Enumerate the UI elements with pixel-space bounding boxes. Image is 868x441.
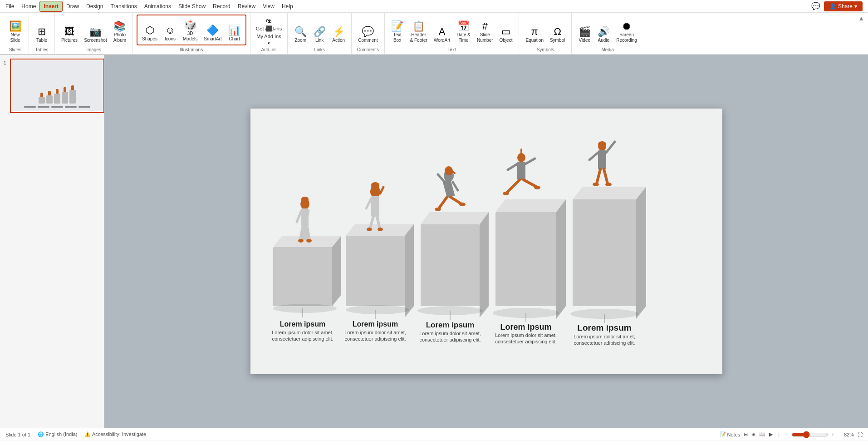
textbox-button[interactable]: 📝 Text Box <box>388 15 407 45</box>
screen-recording-button[interactable]: ⏺ Screen Recording <box>613 15 640 45</box>
zoom-button[interactable]: 🔍 Zoom <box>291 15 309 45</box>
header-footer-button[interactable]: 📋 Header & Footer <box>407 15 430 45</box>
zoom-slider[interactable] <box>792 431 828 438</box>
accessibility-status[interactable]: ⚠️ Accessibility: Investigate <box>84 431 146 437</box>
wordart-button[interactable]: A WordArt <box>431 15 453 45</box>
menu-draw[interactable]: Draw <box>63 1 83 11</box>
symbol-button[interactable]: Ω Symbol <box>547 15 568 45</box>
menu-slideshow[interactable]: Slide Show <box>175 1 209 11</box>
smartart-button[interactable]: 🔷 SmartArt <box>201 16 224 44</box>
slide-thumbnail[interactable] <box>10 59 104 113</box>
svg-rect-77 <box>598 150 606 169</box>
menu-review[interactable]: Review <box>234 1 259 11</box>
illustrations-group-label: Illustrations <box>137 47 246 52</box>
table-button[interactable]: ⊞ Table <box>33 15 51 45</box>
icons-button[interactable]: ☺ Icons <box>161 16 179 44</box>
svg-text:Lorem ipsum dolor sit amet,: Lorem ipsum dolor sit amet, <box>495 332 557 338</box>
notes-icon: 📝 <box>720 431 726 437</box>
menu-transitions[interactable]: Transitions <box>107 1 140 11</box>
symbol-icon: Ω <box>554 27 561 37</box>
collapse-ribbon-icon[interactable]: ▲ <box>858 15 864 22</box>
svg-text:Lorem ipsum: Lorem ipsum <box>500 322 551 332</box>
zoom-out-button[interactable]: − <box>785 432 788 437</box>
view-reading-icon[interactable]: 📖 <box>759 431 765 437</box>
svg-text:consectetuer adipiscing elit.: consectetuer adipiscing elit. <box>574 340 635 346</box>
comment-icon[interactable]: 💬 <box>811 2 820 10</box>
chart-button[interactable]: 📊 Chart <box>226 16 244 44</box>
action-button[interactable]: ⚡ Action <box>329 15 348 45</box>
menu-help[interactable]: Help <box>278 1 297 11</box>
table-icon: ⊞ <box>38 27 46 37</box>
svg-point-83 <box>605 183 612 186</box>
slide-count: Slide 1 of 1 <box>5 432 30 437</box>
menu-file[interactable]: File <box>2 1 18 11</box>
links-group-label: Links <box>314 47 325 52</box>
slide-canvas[interactable]: Lorem ipsum Lorem ipsum dolor sit amet, … <box>250 109 722 374</box>
smartart-icon: 🔷 <box>206 25 219 35</box>
share-button[interactable]: 👤 Share ▾ <box>824 1 863 11</box>
link-icon: 🔗 <box>314 27 326 37</box>
view-normal-icon[interactable]: ⊟ <box>744 431 748 437</box>
wordart-icon: A <box>439 27 446 37</box>
text-group-label: Text <box>447 47 456 52</box>
textbox-icon: 📝 <box>391 21 403 31</box>
notes-button[interactable]: 📝 Notes <box>720 431 740 437</box>
comments-group-label: Comments <box>357 47 379 52</box>
3d-models-button[interactable]: 🎲 3D Models <box>180 16 200 44</box>
slide-number-indicator: 1 <box>4 60 6 65</box>
zoom-in-button[interactable]: + <box>832 432 834 437</box>
menu-design[interactable]: Design <box>83 1 107 11</box>
fit-slide-button[interactable]: ⛶ <box>858 432 863 437</box>
svg-marker-20 <box>405 224 414 317</box>
language-indicator: 🌐 English (India) <box>38 431 77 437</box>
screenshot-button[interactable]: 📷 Screenshot <box>81 15 110 45</box>
new-slide-button[interactable]: 🖼️ New Slide <box>6 15 25 45</box>
svg-marker-73 <box>636 187 646 319</box>
view-slideshow-icon[interactable]: ▶ <box>769 431 773 437</box>
date-time-icon: 📅 <box>457 21 470 31</box>
status-bar: Slide 1 of 1 🌐 English (India) ⚠️ Access… <box>0 428 868 441</box>
view-slide-sorter-icon[interactable]: ⊞ <box>751 431 755 437</box>
menu-record[interactable]: Record <box>209 1 234 11</box>
zoom-icon: 🔍 <box>294 27 307 37</box>
svg-text:Lorem ipsum: Lorem ipsum <box>577 323 631 332</box>
svg-point-30 <box>367 228 372 231</box>
comment-button[interactable]: 💬 Comment <box>355 15 380 45</box>
svg-point-24 <box>371 182 379 188</box>
pictures-button[interactable]: 🖼 Pictures <box>59 15 80 45</box>
3d-models-icon: 🎲 <box>184 20 196 30</box>
svg-text:Lorem ipsum dolor sit amet,: Lorem ipsum dolor sit amet, <box>574 334 635 339</box>
screen-recording-icon: ⏺ <box>622 21 632 31</box>
new-slide-icon: 🖼️ <box>9 21 21 31</box>
svg-point-66 <box>534 186 540 189</box>
menu-bar: File Home Insert Draw Design Transitions… <box>0 0 868 13</box>
svg-rect-18 <box>346 236 405 306</box>
menu-insert[interactable]: Insert <box>39 1 63 12</box>
my-addins-button[interactable]: ⬛ My Add-ins ▾ <box>254 31 284 40</box>
equation-button[interactable]: π Equation <box>523 15 546 45</box>
slide-number-icon: # <box>482 21 488 31</box>
svg-text:consectetuer adipiscing elit.: consectetuer adipiscing elit. <box>272 336 333 342</box>
svg-marker-72 <box>573 187 646 199</box>
object-button[interactable]: ▭ Object <box>497 15 515 45</box>
menu-animations[interactable]: Animations <box>141 1 175 11</box>
shapes-button[interactable]: ⬡ Shapes <box>139 16 160 44</box>
svg-rect-54 <box>495 212 557 306</box>
video-icon: 🎬 <box>579 27 591 37</box>
date-time-button[interactable]: 📅 Date & Time <box>454 15 473 45</box>
video-button[interactable]: 🎬 Video <box>575 15 593 45</box>
language-icon: 🌐 <box>38 431 44 437</box>
divider: | <box>778 432 780 437</box>
link-button[interactable]: 🔗 Link <box>310 15 329 45</box>
menu-view[interactable]: View <box>259 1 278 11</box>
audio-button[interactable]: 🔊 Audio <box>594 15 613 45</box>
menu-home[interactable]: Home <box>18 1 39 11</box>
pictures-icon: 🖼 <box>64 27 74 37</box>
svg-marker-56 <box>556 199 566 319</box>
slide-number-button[interactable]: # Slide Number <box>474 15 496 45</box>
svg-point-65 <box>503 192 509 195</box>
svg-marker-55 <box>495 199 566 212</box>
photo-album-button[interactable]: 📚 Photo Album <box>111 15 129 45</box>
images-group-label: Images <box>86 47 101 52</box>
slides-group-label: Slides <box>9 47 21 52</box>
